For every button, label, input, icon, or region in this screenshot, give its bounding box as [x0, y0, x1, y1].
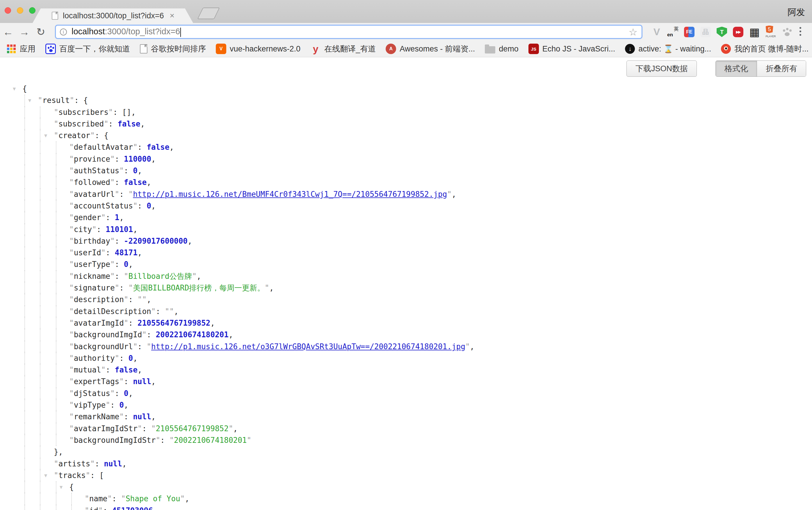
- indent-guide: [40, 329, 40, 340]
- json-number: null: [133, 412, 151, 421]
- indent-guide: [56, 434, 56, 446]
- json-quote: ": [101, 248, 106, 257]
- fast-forward-icon[interactable]: ▶▶: [730, 23, 746, 41]
- t-shield-icon: T: [717, 27, 727, 37]
- json-line: "province": 110000,: [0, 153, 812, 165]
- indent-guide: [40, 247, 40, 259]
- fe-icon[interactable]: FE: [681, 23, 697, 41]
- json-line: ▼"tracks": [: [0, 470, 812, 481]
- collapse-toggle-icon[interactable]: ▼: [44, 130, 47, 141]
- json-punctuation: :: [147, 330, 155, 339]
- json-punctuation: },: [54, 448, 63, 456]
- bookmark-active-tab[interactable]: ↓active: ⌛ - waiting...: [625, 44, 711, 54]
- browser-menu-icon[interactable]: [794, 25, 807, 38]
- bookmark-star-icon[interactable]: ☆: [629, 26, 638, 38]
- json-punctuation: {: [22, 84, 27, 93]
- collapse-toggle-icon[interactable]: ▼: [28, 94, 31, 106]
- indent-guide: [40, 352, 40, 364]
- json-punctuation: ,: [151, 202, 156, 210]
- t-shield-icon[interactable]: T: [714, 23, 730, 41]
- json-number: 0: [119, 401, 124, 410]
- json-line: "detailDescription": "",: [0, 306, 812, 317]
- bookmark-demo-icon: [485, 46, 495, 54]
- bookmark-apps[interactable]: 应用: [6, 43, 35, 54]
- json-quote: ": [119, 377, 124, 386]
- tab-close-icon[interactable]: ×: [170, 11, 174, 20]
- profile-name[interactable]: 阿发: [788, 6, 805, 18]
- address-bar[interactable]: i localhost:3000/top_list?idx=6 ☆: [55, 25, 642, 39]
- json-link[interactable]: http://p1.music.126.net/BmeUMF4Cr0f343lC…: [133, 190, 447, 199]
- minimize-window-icon[interactable]: [17, 7, 23, 14]
- json-line: ▼"result": {: [0, 94, 812, 106]
- json-quote: ": [69, 237, 74, 245]
- bookmark-google-sort[interactable]: 谷歌按时间排序: [140, 43, 206, 54]
- json-punctuation: ,: [119, 213, 124, 222]
- paw-icon[interactable]: [779, 23, 795, 41]
- fe-icon: FE: [684, 27, 695, 37]
- json-quote: ": [115, 190, 119, 199]
- close-window-icon[interactable]: [5, 7, 11, 14]
- collapse-toggle-icon[interactable]: ▼: [60, 481, 62, 493]
- json-quote: ": [69, 248, 74, 257]
- format-button[interactable]: 格式化: [716, 61, 757, 77]
- vue-devtools-icon[interactable]: V: [648, 23, 665, 41]
- json-punctuation: :: [115, 389, 124, 398]
- json-number: 48171: [115, 248, 138, 257]
- json-quote: ": [69, 295, 74, 304]
- indent-guide: [24, 388, 25, 399]
- bookmark-echojs[interactable]: JSEcho JS - JavaScri...: [528, 43, 615, 54]
- bookmark-youdao[interactable]: y在线翻译_有道: [310, 43, 376, 54]
- indent-guide: [40, 259, 40, 270]
- bookmark-awesomes[interactable]: AAwesomes - 前端资...: [386, 43, 475, 54]
- bookmark-vue-hackernews[interactable]: Vvue-hackernews-2.0: [216, 43, 300, 54]
- json-punctuation: ,: [151, 377, 156, 386]
- json-punctuation: ,: [138, 248, 142, 257]
- json-link[interactable]: http://p1.music.126.net/o3G7lWrGBQAvSRt3…: [151, 342, 465, 351]
- json-line: "nickname": "Billboard公告牌",: [0, 270, 812, 282]
- bookmark-label: active: ⌛ - waiting...: [638, 44, 711, 54]
- html5-player-icon[interactable]: 5PLAYER: [762, 23, 779, 41]
- indent-guide: [56, 247, 56, 259]
- url-text[interactable]: localhost:3000/top_list?idx=6: [71, 27, 627, 37]
- forward-icon[interactable]: →: [16, 26, 33, 38]
- json-quote: ": [70, 96, 75, 105]
- indent-guide: [71, 493, 72, 505]
- collapse-all-button[interactable]: 折叠所有: [757, 61, 806, 77]
- translate-icon[interactable]: [665, 23, 681, 41]
- indent-guide: [40, 118, 40, 130]
- json-quote: ": [133, 202, 138, 210]
- json-punctuation: : [],: [113, 108, 136, 117]
- json-line: "gender": 1,: [0, 212, 812, 223]
- bookmark-baidu[interactable]: 百度一下，你就知道: [46, 43, 130, 54]
- maximize-window-icon[interactable]: [29, 7, 35, 14]
- json-quote: ": [69, 283, 74, 292]
- reload-icon[interactable]: ↻: [33, 26, 49, 38]
- indent-guide: [40, 423, 40, 434]
- back-icon[interactable]: ←: [0, 26, 16, 38]
- json-quote: ": [133, 143, 138, 151]
- json-quote: ": [69, 178, 74, 187]
- json-quote: ": [128, 283, 133, 292]
- bookmark-weibo[interactable]: 我的首页 微博-随时...: [721, 43, 809, 54]
- json-punctuation: :: [128, 295, 138, 304]
- json-punctuation: :: [160, 436, 169, 445]
- json-line: "expertTags": null,: [0, 376, 812, 387]
- page-info-icon[interactable]: i: [60, 29, 67, 35]
- json-quote: ": [69, 436, 74, 445]
- indent-guide: [24, 341, 25, 352]
- download-json-button[interactable]: 下载JSON数据: [627, 60, 697, 77]
- browser-tab[interactable]: localhost:3000/top_list?idx=6 ×: [33, 8, 193, 23]
- qr-code-icon[interactable]: ▦: [746, 23, 762, 41]
- json-quote: ": [110, 155, 115, 163]
- new-tab-button[interactable]: [197, 7, 220, 19]
- view-mode-segmented: 格式化 折叠所有: [716, 60, 806, 77]
- collapse-toggle-icon[interactable]: ▼: [13, 83, 16, 94]
- sitemap-icon[interactable]: 品: [697, 23, 714, 41]
- bookmark-youdao-icon: y: [310, 43, 321, 54]
- bookmark-demo[interactable]: demo: [485, 44, 519, 54]
- json-punctuation: ,: [185, 494, 189, 503]
- bookmark-label: Awesomes - 前端资...: [400, 43, 475, 54]
- json-punctuation: ,: [153, 506, 157, 510]
- collapse-toggle-icon[interactable]: ▼: [44, 470, 47, 481]
- json-punctuation: :: [138, 202, 147, 210]
